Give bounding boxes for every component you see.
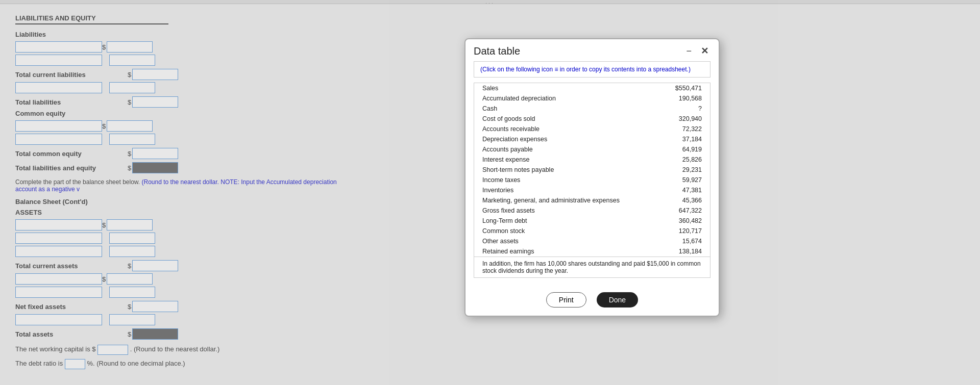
table-row: Marketing, general, and administrative e… bbox=[474, 195, 710, 206]
table-cell-value: ? bbox=[659, 104, 710, 114]
table-cell-label: Accumulated depreciation bbox=[474, 93, 659, 104]
modal-instruction: (Click on the following icon ≡ in order … bbox=[474, 61, 710, 78]
table-row: Short-term notes payable29,231 bbox=[474, 165, 710, 175]
table-cell-value: 64,919 bbox=[659, 144, 710, 155]
table-cell-label: Retained earnings bbox=[474, 246, 659, 256]
table-row: Sales$550,471 bbox=[474, 83, 710, 93]
modal-header: Data table − ✕ bbox=[465, 39, 719, 61]
table-cell-value: 29,231 bbox=[659, 165, 710, 175]
table-cell-value: 120,717 bbox=[659, 226, 710, 236]
table-row: Accounts receivable72,322 bbox=[474, 124, 710, 134]
table-cell-value: $550,471 bbox=[659, 83, 710, 93]
table-cell-label: Income taxes bbox=[474, 175, 659, 185]
table-row: Retained earnings138,184 bbox=[474, 246, 710, 256]
table-cell-value: 647,322 bbox=[659, 206, 710, 216]
table-row: Accumulated depreciation190,568 bbox=[474, 93, 710, 104]
data-table: Sales$550,471Accumulated depreciation190… bbox=[474, 83, 710, 256]
table-row: Accounts payable64,919 bbox=[474, 144, 710, 155]
table-cell-value: 47,381 bbox=[659, 185, 710, 195]
table-row: Gross fixed assets647,322 bbox=[474, 206, 710, 216]
table-cell-label: Sales bbox=[474, 83, 659, 93]
data-table-modal: Data table − ✕ (Click on the following i… bbox=[464, 38, 720, 317]
modal-footer: Print Done bbox=[465, 286, 719, 316]
table-row: Long-Term debt360,482 bbox=[474, 216, 710, 226]
table-cell-value: 59,927 bbox=[659, 175, 710, 185]
table-cell-label: Common stock bbox=[474, 226, 659, 236]
table-row: Income taxes59,927 bbox=[474, 175, 710, 185]
table-row: Cash? bbox=[474, 104, 710, 114]
table-cell-label: Long-Term debt bbox=[474, 216, 659, 226]
table-cell-value: 25,826 bbox=[659, 155, 710, 165]
table-cell-label: Cost of goods sold bbox=[474, 114, 659, 124]
modal-title: Data table bbox=[474, 45, 520, 57]
table-cell-label: Gross fixed assets bbox=[474, 206, 659, 216]
table-cell-label: Other assets bbox=[474, 236, 659, 246]
table-row: Depreciation expenses37,184 bbox=[474, 134, 710, 144]
table-row: Common stock120,717 bbox=[474, 226, 710, 236]
table-cell-label: Cash bbox=[474, 104, 659, 114]
data-table-container: Sales$550,471Accumulated depreciation190… bbox=[474, 83, 710, 278]
modal-controls: − ✕ bbox=[684, 46, 710, 56]
table-cell-label: Inventories bbox=[474, 185, 659, 195]
table-cell-label: Short-term notes payable bbox=[474, 165, 659, 175]
table-cell-label: Depreciation expenses bbox=[474, 134, 659, 144]
table-cell-value: 72,322 bbox=[659, 124, 710, 134]
table-row: Interest expense25,826 bbox=[474, 155, 710, 165]
modal-minimize-button[interactable]: − bbox=[684, 46, 694, 56]
table-cell-value: 45,366 bbox=[659, 195, 710, 206]
modal-instruction-text: (Click on the following icon ≡ in order … bbox=[480, 66, 691, 73]
table-cell-label: Interest expense bbox=[474, 155, 659, 165]
modal-overlay: Data table − ✕ (Click on the following i… bbox=[0, 0, 980, 385]
table-row: Other assets15,674 bbox=[474, 236, 710, 246]
modal-close-button[interactable]: ✕ bbox=[699, 46, 710, 56]
table-cell-label: Accounts receivable bbox=[474, 124, 659, 134]
table-cell-value: 138,184 bbox=[659, 246, 710, 256]
table-row: Cost of goods sold320,940 bbox=[474, 114, 710, 124]
table-cell-value: 15,674 bbox=[659, 236, 710, 246]
done-button[interactable]: Done bbox=[597, 292, 638, 307]
table-cell-value: 37,184 bbox=[659, 134, 710, 144]
table-cell-label: Accounts payable bbox=[474, 144, 659, 155]
table-cell-value: 320,940 bbox=[659, 114, 710, 124]
table-cell-value: 360,482 bbox=[659, 216, 710, 226]
table-cell-value: 190,568 bbox=[659, 93, 710, 104]
table-cell-label: Marketing, general, and administrative e… bbox=[474, 195, 659, 206]
table-row: Inventories47,381 bbox=[474, 185, 710, 195]
print-button[interactable]: Print bbox=[546, 292, 586, 307]
data-table-note: In addition, the firm has 10,000 shares … bbox=[474, 256, 710, 277]
